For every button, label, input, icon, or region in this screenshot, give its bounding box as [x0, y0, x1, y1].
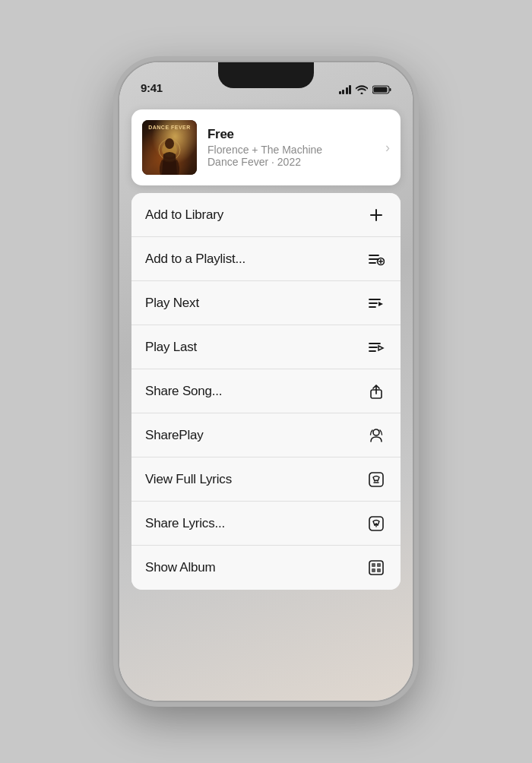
svg-rect-31	[377, 563, 381, 567]
chevron-right-icon: ›	[385, 140, 390, 156]
album-icon	[366, 557, 387, 578]
menu-item-share-song[interactable]: Share Song...	[131, 369, 401, 413]
svg-rect-32	[372, 568, 375, 572]
svg-rect-33	[377, 568, 381, 572]
content-area: DANCE FEVER Free	[119, 100, 413, 701]
menu-label-shareplay: SharePlay	[145, 428, 204, 443]
svg-rect-2	[374, 87, 388, 93]
battery-icon	[372, 85, 391, 94]
album-art-text: DANCE FEVER	[142, 125, 197, 131]
phone-frame: 9:41	[118, 61, 414, 702]
svg-rect-25	[369, 473, 383, 486]
play-last-icon	[366, 337, 387, 358]
menu-label-add-to-playlist: Add to a Playlist...	[145, 252, 245, 267]
svg-rect-30	[372, 563, 375, 567]
menu-item-shareplay[interactable]: SharePlay	[131, 413, 401, 457]
menu-item-show-album[interactable]: Show Album	[131, 546, 401, 590]
menu-item-play-next[interactable]: Play Next	[131, 281, 401, 325]
svg-marker-17	[378, 302, 383, 306]
share-lyrics-icon	[366, 513, 387, 534]
song-card[interactable]: DANCE FEVER Free	[131, 109, 401, 185]
plus-icon	[366, 204, 387, 226]
song-album: Dance Fever · 2022	[207, 156, 375, 168]
menu-label-play-next: Play Next	[145, 296, 199, 311]
menu-item-view-full-lyrics[interactable]: View Full Lyrics	[131, 457, 401, 502]
signal-icon	[339, 85, 352, 94]
svg-point-24	[373, 429, 379, 435]
song-artist: Florence + The Machine	[207, 144, 375, 156]
svg-rect-1	[390, 88, 391, 91]
notch	[218, 62, 314, 88]
menu-label-play-last: Play Last	[145, 340, 197, 355]
svg-marker-21	[378, 346, 383, 350]
playlist-add-icon	[366, 249, 387, 270]
song-info: Free Florence + The Machine Dance Fever …	[207, 127, 375, 168]
menu-item-add-to-library[interactable]: Add to Library	[131, 193, 401, 237]
menu-item-add-to-playlist[interactable]: Add to a Playlist...	[131, 237, 401, 281]
menu-label-share-song: Share Song...	[145, 384, 222, 399]
status-icons	[339, 85, 392, 94]
menu-label-view-full-lyrics: View Full Lyrics	[145, 472, 232, 487]
menu-label-add-to-library: Add to Library	[145, 207, 223, 223]
menu-label-show-album: Show Album	[145, 560, 216, 575]
shareplay-icon	[366, 425, 387, 446]
svg-point-5	[165, 138, 174, 149]
menu-item-share-lyrics[interactable]: Share Lyrics...	[131, 502, 401, 546]
power-button	[413, 199, 414, 251]
lyrics-icon	[366, 469, 387, 490]
share-icon	[366, 381, 387, 402]
menu-label-share-lyrics: Share Lyrics...	[145, 516, 225, 531]
song-title: Free	[207, 127, 375, 142]
album-art: DANCE FEVER	[142, 120, 197, 175]
menu-item-play-last[interactable]: Play Last	[131, 325, 401, 369]
svg-rect-29	[369, 561, 383, 575]
play-next-icon	[366, 293, 387, 314]
wifi-icon	[356, 85, 368, 94]
status-time: 9:41	[141, 81, 163, 94]
menu-list: Add to Library Add to a Playlist...	[131, 193, 401, 590]
